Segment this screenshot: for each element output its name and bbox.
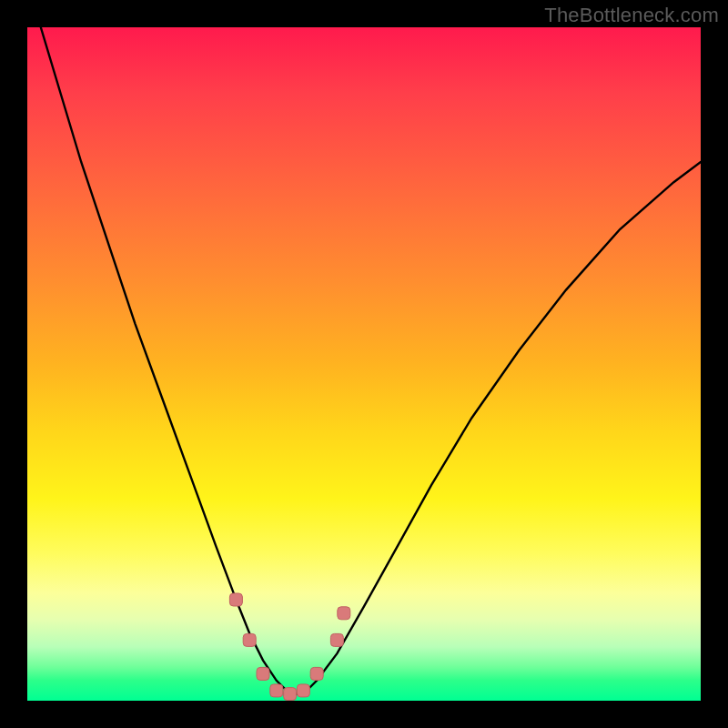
curve-markers xyxy=(229,593,349,701)
curve-svg xyxy=(27,27,701,701)
chart-frame: TheBottleneck.com xyxy=(0,0,728,728)
curve-marker xyxy=(297,684,309,697)
plot-area xyxy=(27,27,701,701)
curve-marker xyxy=(330,633,343,646)
bottleneck-curve xyxy=(41,27,701,694)
watermark-text: TheBottleneck.com xyxy=(544,4,719,27)
curve-marker xyxy=(338,607,350,620)
curve-marker xyxy=(284,688,297,701)
curve-marker xyxy=(243,633,256,646)
curve-marker xyxy=(310,667,323,680)
curve-marker xyxy=(257,667,269,680)
curve-marker xyxy=(270,684,283,697)
curve-marker xyxy=(229,593,242,606)
